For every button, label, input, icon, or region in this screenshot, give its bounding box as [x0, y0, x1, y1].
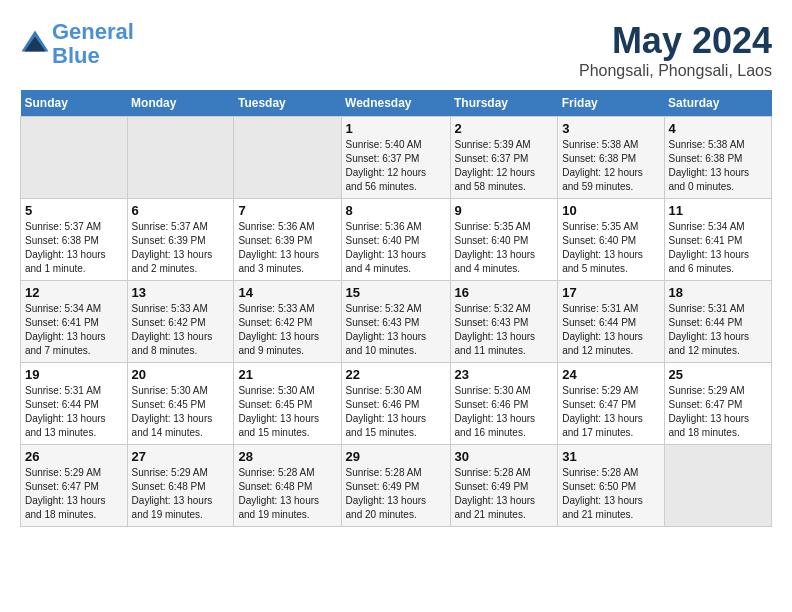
day-info: Sunrise: 5:29 AMSunset: 6:48 PMDaylight:…: [132, 466, 230, 522]
day-number: 30: [455, 449, 554, 464]
day-info: Sunrise: 5:28 AMSunset: 6:50 PMDaylight:…: [562, 466, 659, 522]
day-number: 16: [455, 285, 554, 300]
calendar-cell: 20Sunrise: 5:30 AMSunset: 6:45 PMDayligh…: [127, 363, 234, 445]
day-number: 12: [25, 285, 123, 300]
calendar-cell: 16Sunrise: 5:32 AMSunset: 6:43 PMDayligh…: [450, 281, 558, 363]
day-number: 6: [132, 203, 230, 218]
weekday-header-row: SundayMondayTuesdayWednesdayThursdayFrid…: [21, 90, 772, 117]
calendar-title: May 2024: [579, 20, 772, 62]
day-info: Sunrise: 5:39 AMSunset: 6:37 PMDaylight:…: [455, 138, 554, 194]
day-info: Sunrise: 5:28 AMSunset: 6:49 PMDaylight:…: [346, 466, 446, 522]
day-info: Sunrise: 5:30 AMSunset: 6:46 PMDaylight:…: [455, 384, 554, 440]
calendar-cell: 11Sunrise: 5:34 AMSunset: 6:41 PMDayligh…: [664, 199, 772, 281]
day-number: 3: [562, 121, 659, 136]
calendar-cell: 14Sunrise: 5:33 AMSunset: 6:42 PMDayligh…: [234, 281, 341, 363]
calendar-week-row: 26Sunrise: 5:29 AMSunset: 6:47 PMDayligh…: [21, 445, 772, 527]
day-info: Sunrise: 5:30 AMSunset: 6:45 PMDaylight:…: [238, 384, 336, 440]
page-header: General Blue May 2024 Phongsali, Phongsa…: [20, 20, 772, 80]
calendar-week-row: 19Sunrise: 5:31 AMSunset: 6:44 PMDayligh…: [21, 363, 772, 445]
calendar-cell: 6Sunrise: 5:37 AMSunset: 6:39 PMDaylight…: [127, 199, 234, 281]
day-info: Sunrise: 5:35 AMSunset: 6:40 PMDaylight:…: [562, 220, 659, 276]
calendar-cell: 19Sunrise: 5:31 AMSunset: 6:44 PMDayligh…: [21, 363, 128, 445]
calendar-cell: [127, 117, 234, 199]
calendar-cell: 7Sunrise: 5:36 AMSunset: 6:39 PMDaylight…: [234, 199, 341, 281]
calendar-cell: 12Sunrise: 5:34 AMSunset: 6:41 PMDayligh…: [21, 281, 128, 363]
calendar-cell: 31Sunrise: 5:28 AMSunset: 6:50 PMDayligh…: [558, 445, 664, 527]
day-number: 17: [562, 285, 659, 300]
calendar-cell: 5Sunrise: 5:37 AMSunset: 6:38 PMDaylight…: [21, 199, 128, 281]
calendar-cell: 24Sunrise: 5:29 AMSunset: 6:47 PMDayligh…: [558, 363, 664, 445]
calendar-cell: [234, 117, 341, 199]
logo-line2: Blue: [52, 43, 100, 68]
logo-icon: [20, 29, 50, 59]
weekday-header-cell: Tuesday: [234, 90, 341, 117]
day-info: Sunrise: 5:35 AMSunset: 6:40 PMDaylight:…: [455, 220, 554, 276]
calendar-table: SundayMondayTuesdayWednesdayThursdayFrid…: [20, 90, 772, 527]
logo-line1: General: [52, 19, 134, 44]
day-number: 26: [25, 449, 123, 464]
day-number: 11: [669, 203, 768, 218]
day-info: Sunrise: 5:37 AMSunset: 6:39 PMDaylight:…: [132, 220, 230, 276]
day-info: Sunrise: 5:28 AMSunset: 6:49 PMDaylight:…: [455, 466, 554, 522]
day-number: 4: [669, 121, 768, 136]
day-info: Sunrise: 5:36 AMSunset: 6:40 PMDaylight:…: [346, 220, 446, 276]
day-info: Sunrise: 5:33 AMSunset: 6:42 PMDaylight:…: [238, 302, 336, 358]
day-info: Sunrise: 5:29 AMSunset: 6:47 PMDaylight:…: [25, 466, 123, 522]
calendar-cell: 17Sunrise: 5:31 AMSunset: 6:44 PMDayligh…: [558, 281, 664, 363]
weekday-header-cell: Saturday: [664, 90, 772, 117]
day-number: 22: [346, 367, 446, 382]
day-number: 10: [562, 203, 659, 218]
title-block: May 2024 Phongsali, Phongsali, Laos: [579, 20, 772, 80]
calendar-cell: 1Sunrise: 5:40 AMSunset: 6:37 PMDaylight…: [341, 117, 450, 199]
calendar-cell: 8Sunrise: 5:36 AMSunset: 6:40 PMDaylight…: [341, 199, 450, 281]
day-info: Sunrise: 5:40 AMSunset: 6:37 PMDaylight:…: [346, 138, 446, 194]
day-number: 27: [132, 449, 230, 464]
day-info: Sunrise: 5:31 AMSunset: 6:44 PMDaylight:…: [562, 302, 659, 358]
day-number: 24: [562, 367, 659, 382]
day-info: Sunrise: 5:29 AMSunset: 6:47 PMDaylight:…: [562, 384, 659, 440]
calendar-subtitle: Phongsali, Phongsali, Laos: [579, 62, 772, 80]
calendar-cell: 18Sunrise: 5:31 AMSunset: 6:44 PMDayligh…: [664, 281, 772, 363]
day-number: 20: [132, 367, 230, 382]
logo-text: General Blue: [52, 20, 134, 68]
calendar-cell: 23Sunrise: 5:30 AMSunset: 6:46 PMDayligh…: [450, 363, 558, 445]
day-number: 29: [346, 449, 446, 464]
day-info: Sunrise: 5:32 AMSunset: 6:43 PMDaylight:…: [346, 302, 446, 358]
calendar-cell: 4Sunrise: 5:38 AMSunset: 6:38 PMDaylight…: [664, 117, 772, 199]
calendar-cell: 29Sunrise: 5:28 AMSunset: 6:49 PMDayligh…: [341, 445, 450, 527]
day-number: 5: [25, 203, 123, 218]
logo: General Blue: [20, 20, 134, 68]
weekday-header-cell: Monday: [127, 90, 234, 117]
day-info: Sunrise: 5:28 AMSunset: 6:48 PMDaylight:…: [238, 466, 336, 522]
weekday-header-cell: Sunday: [21, 90, 128, 117]
day-number: 28: [238, 449, 336, 464]
day-number: 19: [25, 367, 123, 382]
calendar-cell: 26Sunrise: 5:29 AMSunset: 6:47 PMDayligh…: [21, 445, 128, 527]
day-number: 9: [455, 203, 554, 218]
calendar-cell: 30Sunrise: 5:28 AMSunset: 6:49 PMDayligh…: [450, 445, 558, 527]
day-number: 18: [669, 285, 768, 300]
day-info: Sunrise: 5:38 AMSunset: 6:38 PMDaylight:…: [562, 138, 659, 194]
calendar-cell: 13Sunrise: 5:33 AMSunset: 6:42 PMDayligh…: [127, 281, 234, 363]
day-number: 13: [132, 285, 230, 300]
day-number: 7: [238, 203, 336, 218]
calendar-body: 1Sunrise: 5:40 AMSunset: 6:37 PMDaylight…: [21, 117, 772, 527]
day-number: 23: [455, 367, 554, 382]
day-info: Sunrise: 5:30 AMSunset: 6:46 PMDaylight:…: [346, 384, 446, 440]
day-number: 14: [238, 285, 336, 300]
day-info: Sunrise: 5:34 AMSunset: 6:41 PMDaylight:…: [25, 302, 123, 358]
day-info: Sunrise: 5:38 AMSunset: 6:38 PMDaylight:…: [669, 138, 768, 194]
calendar-cell: 25Sunrise: 5:29 AMSunset: 6:47 PMDayligh…: [664, 363, 772, 445]
calendar-cell: 2Sunrise: 5:39 AMSunset: 6:37 PMDaylight…: [450, 117, 558, 199]
calendar-cell: [21, 117, 128, 199]
day-number: 1: [346, 121, 446, 136]
day-number: 2: [455, 121, 554, 136]
calendar-cell: 27Sunrise: 5:29 AMSunset: 6:48 PMDayligh…: [127, 445, 234, 527]
day-number: 25: [669, 367, 768, 382]
weekday-header-cell: Friday: [558, 90, 664, 117]
calendar-week-row: 5Sunrise: 5:37 AMSunset: 6:38 PMDaylight…: [21, 199, 772, 281]
day-info: Sunrise: 5:34 AMSunset: 6:41 PMDaylight:…: [669, 220, 768, 276]
day-number: 8: [346, 203, 446, 218]
day-info: Sunrise: 5:30 AMSunset: 6:45 PMDaylight:…: [132, 384, 230, 440]
weekday-header-cell: Wednesday: [341, 90, 450, 117]
